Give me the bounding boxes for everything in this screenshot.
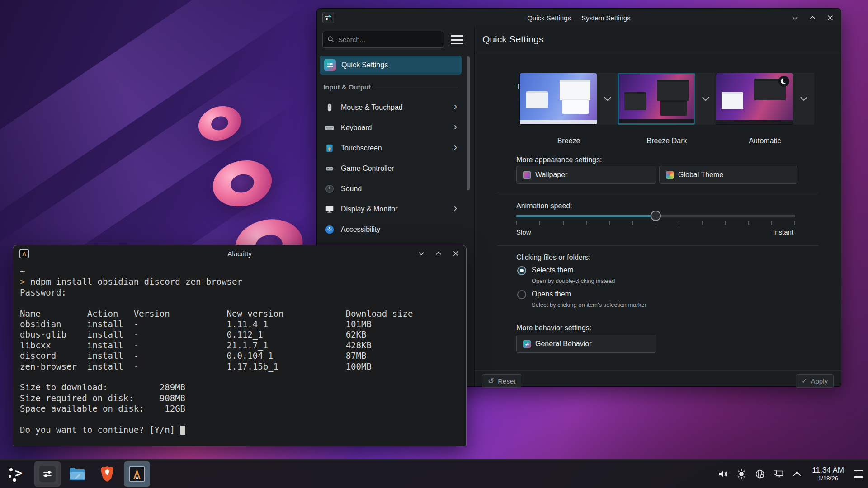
maximize-button[interactable] — [809, 14, 816, 21]
close-button[interactable] — [453, 250, 459, 257]
theme-name-breeze-dark: Breeze Dark — [618, 137, 716, 145]
sidebar-item-game-controller[interactable]: Game Controller — [320, 158, 462, 178]
global-theme-button[interactable]: Global Theme — [659, 166, 797, 184]
terminal-table-row: dbus-glib install - 0.112_1 62KB — [20, 329, 466, 340]
network-globe-icon[interactable] — [755, 469, 765, 479]
task-brave-browser[interactable] — [94, 461, 120, 487]
clock-time: 11:34 AM — [812, 466, 844, 475]
preview-window — [660, 100, 687, 116]
keyboard-icon — [324, 122, 335, 133]
terminal-summary-line: Size to download: 289MB — [20, 382, 466, 393]
terminal-prompt-line: > ndpm install obsidian discord zen-brow… — [20, 277, 466, 287]
show-desktop-button[interactable] — [854, 470, 863, 478]
section-divider — [497, 245, 818, 246]
reset-button[interactable]: ↺ Reset — [482, 374, 521, 388]
footer-divider — [475, 370, 841, 371]
task-alacritty[interactable] — [124, 461, 150, 487]
sidebar-item-quick-settings[interactable]: Quick Settings — [320, 56, 462, 75]
tray-expander-chevron-up-icon[interactable] — [792, 469, 802, 479]
terminal-blank-line — [20, 372, 466, 382]
apply-button[interactable]: ✓ Apply — [796, 374, 834, 388]
page-title: Quick Settings — [482, 34, 543, 45]
terminal-summary-line: Space available on disk: 12GB — [20, 404, 466, 414]
theme-preview-automatic[interactable] — [716, 73, 793, 125]
monitor-icon — [324, 204, 335, 215]
slider-fill — [516, 215, 656, 217]
task-file-manager[interactable] — [64, 461, 90, 487]
accessibility-icon — [324, 224, 335, 235]
task-system-settings[interactable] — [34, 461, 61, 487]
preview-window — [624, 92, 646, 110]
sidebar-item-label: Quick Settings — [341, 61, 388, 69]
sidebar-item-sound[interactable]: Sound — [320, 178, 462, 199]
radio-opens-them[interactable] — [517, 290, 526, 299]
animation-speed-slider-handle[interactable] — [651, 211, 661, 221]
slow-label: Slow — [516, 228, 531, 236]
sidebar-item-display-monitor[interactable]: Display & Monitor › — [320, 199, 462, 219]
radio-selects-them[interactable] — [517, 266, 526, 275]
terminal-blank-line — [20, 298, 466, 308]
theme-automatic-dropdown[interactable] — [793, 73, 814, 125]
apply-check-icon: ✓ — [802, 377, 807, 385]
terminal-question-text: Do you want to continue? [Y/n] — [20, 425, 180, 435]
app-launcher-button[interactable]: > — [5, 461, 31, 487]
settings-content: Quick Settings Theme: Breeze — [475, 27, 841, 386]
sliders-icon — [324, 14, 332, 22]
theme-option-breeze-dark — [618, 73, 716, 125]
preview-window — [560, 80, 590, 100]
theme-breeze-dropdown[interactable] — [597, 73, 618, 125]
theme-preview-breeze[interactable] — [519, 73, 597, 125]
more-behavior-label: More behavior settings: — [516, 324, 591, 332]
search-input[interactable] — [338, 36, 439, 43]
search-icon — [327, 36, 335, 43]
general-behavior-button[interactable]: General Behavior — [516, 335, 656, 353]
auto-theme-moon-icon — [778, 76, 789, 87]
maximize-button[interactable] — [435, 250, 442, 257]
general-behavior-button-label: General Behavior — [535, 340, 592, 348]
volume-icon[interactable] — [717, 469, 728, 479]
theme-breeze-dark-dropdown[interactable] — [695, 73, 716, 125]
theme-preview-breeze-dark[interactable] — [618, 73, 695, 125]
system-settings-app-icon — [322, 12, 334, 23]
theme-option-breeze — [519, 73, 618, 125]
radio-opens-them-description: Select by clicking on item's selection m… — [532, 301, 646, 308]
radio-opens-them-label[interactable]: Opens them — [532, 290, 571, 298]
theme-option-automatic — [716, 73, 814, 125]
sidebar-scrollbar[interactable] — [467, 56, 470, 190]
settings-titlebar[interactable]: Quick Settings — System Settings — [317, 9, 841, 27]
wallpaper-button[interactable]: Wallpaper — [516, 166, 656, 184]
terminal-output[interactable]: ~ > ndpm install obsidian discord zen-br… — [13, 262, 466, 446]
more-appearance-label: More appearance settings: — [516, 156, 602, 164]
brightness-icon[interactable] — [736, 469, 747, 479]
animation-speed-label: Animation speed: — [516, 202, 572, 210]
minimize-button[interactable] — [418, 250, 425, 257]
terminal-table-header: Name Action Version New version Download… — [20, 309, 466, 319]
sidebar-item-mouse-touchpad[interactable]: Mouse & Touchpad › — [320, 97, 462, 117]
prompt-symbol: > — [20, 277, 25, 286]
sidebar-item-touchscreen[interactable]: Touchscreen › — [320, 138, 462, 158]
chevron-right-icon: › — [454, 102, 457, 113]
terminal-table-row: libcxx install - 21.1.7_1 428KB — [20, 340, 466, 351]
search-box[interactable] — [322, 31, 444, 48]
sidebar-item-accessibility[interactable]: Accessibility — [320, 219, 462, 239]
sidebar-list: Quick Settings Input & Output Mouse & To… — [320, 56, 462, 239]
sidebar-item-label: Game Controller — [341, 164, 394, 173]
global-theme-icon — [666, 171, 674, 179]
menu-hamburger-icon[interactable] — [451, 35, 463, 44]
preview-taskbar — [716, 120, 793, 124]
alacritty-window: Λ Alacritty ~ > ndpm install obsidian di… — [13, 245, 467, 446]
animation-speed-slider[interactable] — [516, 215, 795, 217]
close-button[interactable] — [827, 14, 834, 21]
minimize-button[interactable] — [792, 14, 798, 21]
chevron-right-icon: › — [454, 203, 457, 215]
system-settings-task-icon — [39, 466, 56, 482]
clock[interactable]: 11:34 AM 1/18/26 — [810, 466, 846, 482]
radio-selects-them-label[interactable]: Selects them — [532, 266, 573, 274]
sidebar-item-keyboard[interactable]: Keyboard › — [320, 117, 462, 138]
display-device-icon[interactable] — [773, 469, 784, 479]
terminal-titlebar[interactable]: Λ Alacritty — [13, 245, 466, 262]
terminal-command: ndpm install obsidian discord zen-browse… — [25, 277, 242, 286]
sidebar-item-label: Keyboard — [341, 124, 372, 132]
system-tray: 11:34 AM 1/18/26 — [717, 460, 863, 488]
chevron-right-icon: › — [454, 122, 457, 133]
